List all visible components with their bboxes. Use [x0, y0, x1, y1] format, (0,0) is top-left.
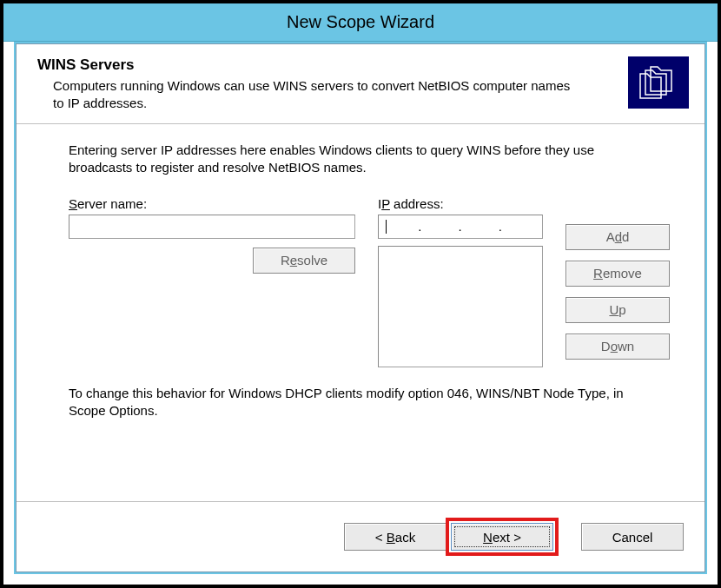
- add-button[interactable]: Add: [566, 224, 670, 250]
- server-name-input[interactable]: [69, 215, 355, 239]
- server-name-column: Server name: Resolve: [69, 196, 355, 274]
- window-title: New Scope Wizard: [287, 12, 434, 32]
- back-button[interactable]: < Back: [344, 523, 446, 551]
- side-buttons-column: Add Remove Up Down: [566, 196, 670, 360]
- instruction-text: Entering server IP addresses here enable…: [69, 142, 652, 177]
- ip-address-input[interactable]: . . .: [378, 215, 543, 239]
- wizard-header: WINS Servers Computers running Windows c…: [17, 44, 704, 124]
- form-row: Server name: Resolve IP address: . . .: [69, 196, 652, 367]
- server-listbox[interactable]: [378, 246, 543, 367]
- titlebar[interactable]: New Scope Wizard: [3, 3, 718, 42]
- next-button[interactable]: Next >: [451, 523, 553, 551]
- cancel-button[interactable]: Cancel: [581, 523, 684, 551]
- remove-button[interactable]: Remove: [566, 261, 670, 287]
- header-text: WINS Servers Computers running Windows c…: [37, 56, 628, 111]
- note-text: To change this behavior for Windows DHCP…: [69, 385, 652, 420]
- folders-icon: [628, 56, 689, 109]
- next-button-highlight: Next >: [446, 518, 559, 556]
- ip-column: IP address: . . .: [378, 196, 543, 367]
- wizard-window: New Scope Wizard WINS Servers Computers …: [0, 0, 721, 588]
- wizard-body: WINS Servers Computers running Windows c…: [16, 43, 705, 572]
- page-subtitle: Computers running Windows can use WINS s…: [53, 77, 574, 111]
- content-area: Entering server IP addresses here enable…: [17, 124, 704, 501]
- server-name-label: Server name:: [69, 196, 355, 211]
- client-area: WINS Servers Computers running Windows c…: [14, 42, 707, 574]
- resolve-wrapper: Resolve: [69, 248, 355, 274]
- wizard-footer: < Back Next > Cancel: [17, 501, 704, 571]
- ip-address-label: IP address:: [378, 196, 543, 211]
- page-title: WINS Servers: [37, 56, 628, 74]
- resolve-button[interactable]: Resolve: [253, 248, 355, 274]
- down-button[interactable]: Down: [566, 334, 670, 360]
- up-button[interactable]: Up: [566, 297, 670, 323]
